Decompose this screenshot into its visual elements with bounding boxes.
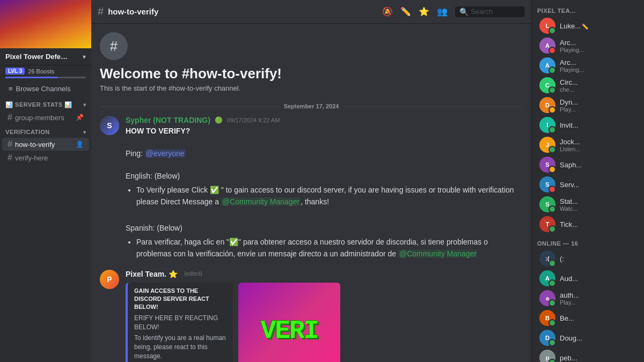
avatar-dyn: D <box>539 97 555 113</box>
embed-line-gain-access: GAIN ACCESS TO THE DISCORD SERVER REACT … <box>134 287 226 312</box>
section-header-verification[interactable]: VERIFICATION ▾ <box>0 127 91 137</box>
section-label: 📊 SERVER STATS 📊 <box>5 101 72 108</box>
section-header-server-stats[interactable]: 📊 SERVER STATS 📊 ▾ <box>0 99 91 110</box>
channel-item-how-to-verify[interactable]: # how-to-verify 👤 <box>2 138 89 151</box>
member-auth[interactable]: a auth... Play... <box>534 289 642 308</box>
member-doug[interactable]: D Doug... <box>534 328 642 348</box>
member-name-invit: Invit... <box>560 121 636 129</box>
channel-name-how-to-verify: how-to-verify <box>15 141 73 149</box>
member-colon[interactable]: :( (: <box>534 249 642 268</box>
hash-icon: # <box>110 38 118 55</box>
member-tick[interactable]: T Tick... <box>534 215 642 234</box>
member-name-auth: auth... <box>560 291 636 299</box>
member-info-arc1: Arc... Playing... <box>560 39 636 53</box>
avatar-luke: L <box>539 18 555 34</box>
avatar-auth: a <box>539 290 555 306</box>
member-aud[interactable]: A Aud... <box>534 269 642 288</box>
search-bar[interactable]: 🔍 <box>455 6 525 17</box>
channel-header-name: how-to-verify <box>108 7 158 16</box>
member-invit[interactable]: I Invit... <box>534 115 642 135</box>
star-icon[interactable]: ⭐ <box>419 6 429 17</box>
member-serv[interactable]: S Serv... <box>534 175 642 194</box>
message-body-pixel-team: GAIN ACCESS TO THE DISCORD SERVER REACT … <box>126 283 523 362</box>
edited-tag: (edited) <box>184 271 202 277</box>
embed-veri-image: VERI <box>238 283 340 362</box>
spanish-bullet-item: Para verificar, haga clic en "✅" para ob… <box>136 236 523 260</box>
member-name-colon: (: <box>560 255 636 263</box>
server-header[interactable]: Pixel Tower Defense ... ▾ <box>0 48 91 65</box>
member-name-dyn: Dyn... <box>560 98 636 106</box>
member-status-auth: Play... <box>560 299 636 306</box>
browse-channels-button[interactable]: ≡ Browse Channels <box>3 82 88 96</box>
member-status-arc2: Playing... <box>560 67 636 73</box>
member-info-peb: peb... <box>560 354 636 362</box>
bell-slash-icon[interactable]: 🔕 <box>382 6 393 17</box>
avatar-colon: :( <box>539 250 555 267</box>
channel-welcome-icon: # <box>100 32 128 60</box>
channel-item-group-members[interactable]: # group-members 📌 <box>2 111 89 124</box>
channel-header: # how-to-verify 🔕 ✏️ ⭐ 👥 🔍 <box>91 0 531 24</box>
section-chevron: ▾ <box>83 129 86 135</box>
member-name-aud: Aud... <box>560 275 636 283</box>
embed-line-verify-header: ERIFY HERE BY REACTING BELOW! <box>134 314 226 332</box>
member-info-auth: auth... Play... <box>560 291 636 306</box>
pencil-icon[interactable]: ✏️ <box>400 6 411 17</box>
member-saph[interactable]: S Saph... <box>534 155 642 174</box>
avatar-jock: J <box>539 137 555 153</box>
member-jock[interactable]: J Jock... Listen... <box>534 135 642 154</box>
member-name-saph: Saph... <box>560 161 636 169</box>
member-info-arc2: Arc... Playing... <box>560 58 636 73</box>
section-label: VERIFICATION <box>5 129 50 135</box>
member-stat[interactable]: S Stat... Watc... <box>534 195 642 214</box>
member-name-doug: Doug... <box>560 334 636 342</box>
avatar-circ: C <box>539 77 555 93</box>
channel-welcome-title: Welcome to #how-to-verify! <box>100 65 282 82</box>
member-luke[interactable]: L Luke...✏️ <box>534 16 642 35</box>
member-peb[interactable]: p peb... <box>534 348 642 362</box>
boost-count: 26 Boosts <box>28 68 54 75</box>
avatar-saph: S <box>539 157 555 173</box>
avatar-doug: D <box>539 330 555 346</box>
avatar-be: B <box>539 310 555 326</box>
header-icons: 🔕 ✏️ ⭐ 👥 🔍 <box>382 6 525 17</box>
boost-bar: LVL 3 26 Boosts <box>0 65 91 77</box>
server-name: Pixel Tower Defense ... <box>5 53 70 61</box>
message-timestamp-sypher: 09/17/2024 9:22 AM <box>227 117 280 123</box>
messages-area: # Welcome to #how-to-verify! This is the… <box>91 24 531 362</box>
section-verification: VERIFICATION ▾ # how-to-verify 👤 # verif… <box>0 127 91 165</box>
english-label: English: (Below) <box>126 172 180 180</box>
member-info-aud: Aud... <box>560 275 636 283</box>
channel-name-verify-here: verify-here <box>15 154 84 162</box>
section-server-stats: 📊 SERVER STATS 📊 ▾ # group-members 📌 <box>0 99 91 124</box>
everyone-mention: @everyone <box>145 149 186 158</box>
channel-welcome: # Welcome to #how-to-verify! This is the… <box>100 32 523 92</box>
server-banner <box>0 0 91 48</box>
community-manager-mention-es[interactable]: @Community Manager <box>398 249 478 258</box>
member-info-be: Be... <box>560 314 636 322</box>
online-section-title: ONLINE — 16 <box>532 237 644 248</box>
member-arc2[interactable]: A Arc... Playing... <box>534 56 642 75</box>
channel-item-verify-here[interactable]: # verify-here <box>2 151 89 164</box>
member-name-peb: peb... <box>560 354 636 362</box>
member-status-dyn: Play... <box>560 106 636 113</box>
member-name-be: Be... <box>560 314 636 322</box>
main-content: # how-to-verify 🔕 ✏️ ⭐ 👥 🔍 # Welcome to … <box>91 0 531 362</box>
member-be[interactable]: B Be... <box>534 308 642 328</box>
member-arc1[interactable]: A Arc... Playing... <box>534 36 642 55</box>
member-info-invit: Invit... <box>560 121 636 129</box>
member-circ[interactable]: C Circ... che... <box>534 76 642 95</box>
member-status-stat: Watc... <box>560 205 636 212</box>
server-banner-image <box>0 0 91 48</box>
member-name-luke: Luke...✏️ <box>560 22 636 30</box>
message-content-pixel-team: Pixel Team. ⭐ (edited) GAIN ACCESS TO TH… <box>126 270 523 362</box>
member-status-arc1: Playing... <box>560 47 636 53</box>
search-input[interactable] <box>471 8 519 16</box>
community-manager-mention-en[interactable]: @Community Manager <box>221 197 301 206</box>
section-chevron: ▾ <box>83 102 86 108</box>
right-sidebar: PIXEL TEA... L Luke...✏️ A Arc... Playin… <box>531 0 644 362</box>
channel-welcome-desc: This is the start of the #how-to-verify … <box>100 84 240 92</box>
member-dyn[interactable]: D Dyn... Play... <box>534 95 642 115</box>
members-icon[interactable]: 👥 <box>437 6 448 17</box>
message-meta-pixel-team: Pixel Team. ⭐ (edited) <box>126 270 523 278</box>
member-info-jock: Jock... Listen... <box>560 138 636 152</box>
